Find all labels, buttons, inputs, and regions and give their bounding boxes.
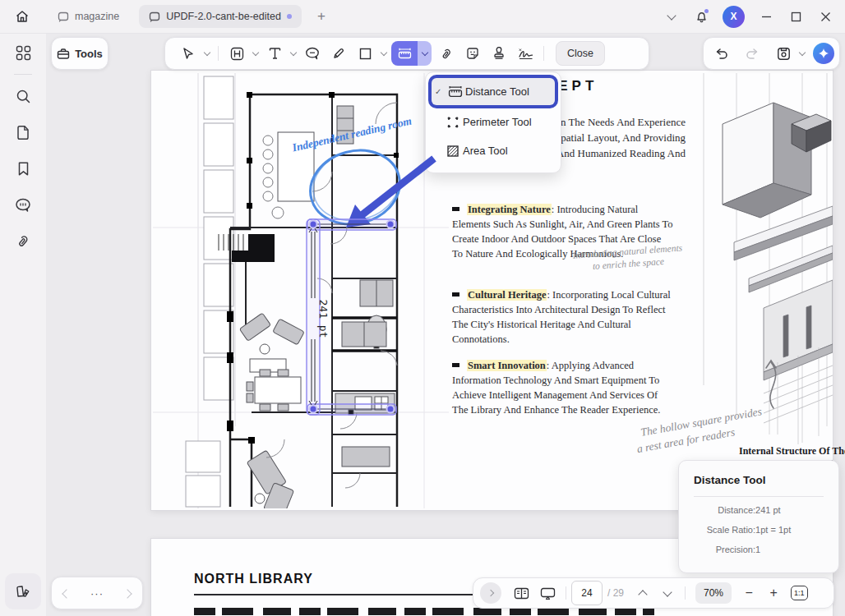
sidebar-item-pages[interactable] <box>7 116 39 149</box>
sidebar-item-panels[interactable] <box>7 36 39 69</box>
attachment-tool-button[interactable] <box>434 41 459 66</box>
heading-icon <box>230 47 244 61</box>
menu-item-label: Perimeter Tool <box>463 116 532 128</box>
menu-item-perimeter-tool[interactable]: Perimeter Tool <box>429 108 557 136</box>
tab-page-icon <box>149 11 160 22</box>
ruler-icon <box>398 48 412 59</box>
new-tab-button[interactable]: + <box>312 8 331 25</box>
notifications-button[interactable] <box>686 5 716 28</box>
page2-clipped-text <box>194 608 654 615</box>
expand-statusbar-button[interactable] <box>480 582 501 604</box>
sticker-tool-button[interactable] <box>460 41 485 66</box>
zoom-in-button[interactable]: + <box>761 586 786 600</box>
close-window-button[interactable] <box>810 5 840 28</box>
presentation-icon <box>540 587 556 600</box>
intro-line: nt, And Humanized Reading And <box>543 147 686 160</box>
pen-tool-button[interactable] <box>326 41 351 66</box>
toolbox-icon <box>57 48 70 60</box>
ai-sparkle-icon <box>818 48 829 59</box>
comment-icon <box>15 197 31 213</box>
cursor-icon <box>182 47 195 60</box>
measure-tool-button[interactable] <box>391 41 418 66</box>
tools-button[interactable]: Tools <box>51 37 109 70</box>
scale-ratio-value: 1pt = 1pt <box>755 525 791 535</box>
intro-line: he Spatial Layout, And Providing <box>543 131 686 145</box>
distance-value: 241 pt <box>755 505 781 515</box>
chevron-down-icon <box>667 11 676 20</box>
maximize-button[interactable] <box>781 5 810 28</box>
prev-page-button[interactable] <box>630 582 655 605</box>
two-page-view-icon <box>514 587 529 600</box>
redo-button[interactable] <box>741 41 765 66</box>
area-tool-icon <box>443 145 463 158</box>
paperclip-icon <box>440 47 453 61</box>
sidebar-item-bookmarks[interactable] <box>7 152 39 185</box>
heading-tool-button[interactable] <box>224 41 249 66</box>
save-button[interactable] <box>771 41 796 66</box>
page-icon <box>16 125 30 140</box>
signature-tool-button[interactable] <box>513 41 538 66</box>
sidebar <box>0 33 46 616</box>
page-layout-button[interactable] <box>508 582 534 605</box>
save-dropdown[interactable] <box>797 53 808 55</box>
minimize-button[interactable] <box>751 5 781 28</box>
bookmark-icon <box>16 161 30 177</box>
notification-dot <box>704 9 709 13</box>
maximize-icon <box>791 11 801 22</box>
titlebar: magazine UPDF-2.0-cant-be-edited + X <box>0 0 845 34</box>
zoom-level-button[interactable]: 70% <box>695 582 732 604</box>
shape-tool-dropdown[interactable] <box>378 53 390 55</box>
sidebar-item-comments[interactable] <box>7 188 39 221</box>
next-page-button[interactable] <box>655 582 680 605</box>
select-tool-dropdown[interactable] <box>201 53 213 55</box>
signature-icon <box>518 48 533 60</box>
shape-tool-button[interactable] <box>353 41 377 66</box>
home-button[interactable] <box>8 5 36 28</box>
measure-tool-dropdown[interactable] <box>418 41 432 66</box>
ai-assistant-button[interactable] <box>813 43 834 64</box>
undo-button[interactable] <box>709 41 734 66</box>
home-icon <box>15 9 30 24</box>
page-number-input[interactable] <box>571 581 603 605</box>
heading-tool-dropdown[interactable] <box>250 53 261 55</box>
text-tool-button[interactable] <box>262 41 287 66</box>
bullet-marker <box>452 207 459 211</box>
sidebar-item-thumbnails[interactable] <box>5 573 41 609</box>
page-total-label: / 29 <box>607 587 624 599</box>
measure-dropdown-menu: ✓ Distance Tool Perimeter Tool <box>425 71 561 173</box>
tab-updf-document[interactable]: UPDF-2.0-cant-be-edited <box>139 5 302 28</box>
select-tool-button[interactable] <box>176 41 201 66</box>
save-icon <box>777 47 791 61</box>
statusbar-divider <box>566 586 566 600</box>
menu-item-distance-tool[interactable]: ✓ Distance Tool <box>432 78 555 105</box>
bullet-smart-innovation: Smart Innovation: Applying Advanced Info… <box>452 358 674 417</box>
presentation-button[interactable] <box>534 582 561 605</box>
actual-size-button[interactable]: 1:1 <box>791 586 808 600</box>
distance-tool-panel: Distance Tool Distance : 241 pt Scale Ra… <box>678 460 839 573</box>
text-icon <box>268 47 282 60</box>
titlebar-chevron-button[interactable] <box>657 5 686 28</box>
page2-heading: NORTH LIBRARY <box>194 572 313 586</box>
bullet-title: Smart Innovation <box>467 360 547 371</box>
scale-ratio-row: Scale Ratio : 1pt = 1pt <box>694 525 824 535</box>
figure-caption: Internal Structure Of The <box>739 445 845 457</box>
close-tools-button[interactable]: Close <box>556 41 605 66</box>
stamp-tool-button[interactable] <box>487 41 511 66</box>
menu-item-area-tool[interactable]: Area Tool <box>429 136 557 165</box>
toolbar-divider <box>218 46 219 61</box>
sidebar-item-search[interactable] <box>7 80 39 113</box>
tab-magazine[interactable]: magazine <box>48 5 129 28</box>
zoom-out-button[interactable]: − <box>736 586 761 600</box>
bullet-marker <box>452 292 459 297</box>
nav-prev-button[interactable] <box>63 587 70 600</box>
nav-more-button[interactable]: ··· <box>90 587 104 600</box>
avatar[interactable]: X <box>723 6 745 28</box>
close-icon <box>820 11 831 22</box>
text-tool-dropdown[interactable] <box>288 53 299 55</box>
minimize-icon <box>761 11 772 22</box>
menu-item-label: Distance Tool <box>465 85 529 98</box>
sidebar-divider <box>14 74 32 75</box>
sidebar-item-attachments[interactable] <box>7 224 39 257</box>
comment-tool-button[interactable] <box>300 41 325 66</box>
nav-next-button[interactable] <box>124 587 131 600</box>
